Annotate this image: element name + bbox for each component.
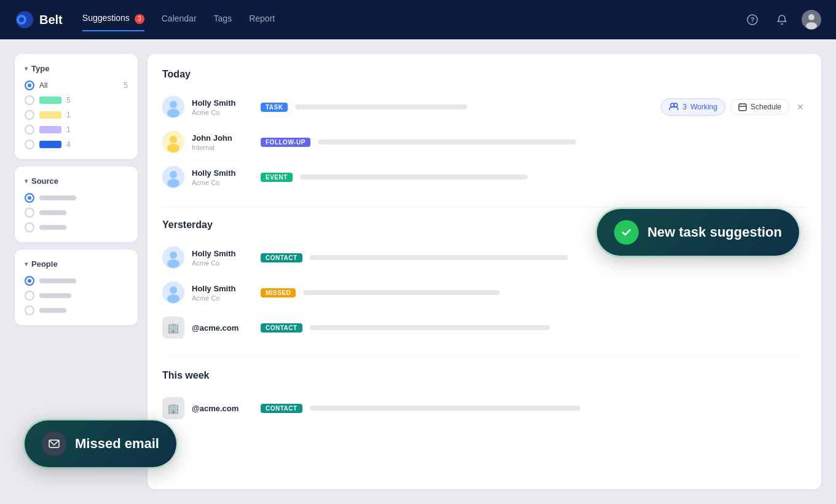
check-icon [614,220,639,245]
row-info-holly-3: Holly Smith Acme Co [192,249,253,267]
type-radio-green[interactable] [25,95,34,105]
tag-contact-acme-1: CONTACT [261,323,302,333]
navbar: Belt Suggestions 3 Calendar Tags Report … [0,0,836,39]
tag-followup-john: FOLLOW-UP [261,138,310,147]
people-filter-3[interactable] [25,305,128,315]
tag-missed-holly: MISSED [261,288,296,297]
checkmark-icon [620,226,633,238]
type-count-all: 5 [124,81,128,90]
nav-calendar[interactable]: Calendar [162,14,197,26]
source-radio-1[interactable] [25,193,34,203]
suggestion-row-acme-week: 🏢 @acme.com CONTACT [162,391,806,425]
working-count: 3 [682,103,687,111]
working-icon [669,102,679,112]
divider-2 [162,357,806,358]
type-swatch-blue [39,141,61,148]
people-filter-2[interactable] [25,291,128,301]
row-info-holly-1: Holly Smith Acme Co [192,98,253,116]
svg-point-22 [167,259,179,268]
suggestion-row-acme-yesterday: 🏢 @acme.com CONTACT [162,310,806,345]
svg-point-19 [167,179,179,187]
people-line-1 [39,278,76,283]
working-button[interactable]: 3 Working [661,98,725,116]
row-bar-6 [310,325,550,330]
avatar-building-2: 🏢 [162,397,184,419]
help-button[interactable]: ? [743,10,762,30]
source-radio-3[interactable] [25,222,34,232]
type-filter-green[interactable]: 5 [25,95,128,105]
toast-missed-email-label: Missed email [75,436,159,452]
type-radio-purple[interactable] [25,125,34,135]
svg-point-25 [167,294,179,303]
people-filter-header[interactable]: ▾ People [25,259,128,269]
working-label: Working [690,103,717,111]
row-bar-7 [310,406,580,411]
type-filter-all[interactable]: All 5 [25,81,128,90]
type-swatch-yellow [39,111,61,119]
type-count-green: 5 [66,96,71,104]
type-filter-blue[interactable]: 4 [25,140,128,149]
row-bars-holly-1 [295,104,653,109]
avatar-john [162,131,184,153]
source-line-1 [39,195,76,200]
today-section: Today Holly Smith Acme Co TASK [162,69,806,194]
source-filter-3[interactable] [25,222,128,232]
row-bar-2 [318,140,576,144]
schedule-label: Schedule [751,103,781,111]
row-name-holly-1: Holly Smith [192,98,253,108]
notifications-button[interactable] [772,10,792,30]
avatar-holly-4 [162,282,184,304]
row-name-john: John John [192,133,253,143]
people-radio-2[interactable] [25,291,34,301]
type-chevron-icon: ▾ [25,65,28,72]
user-avatar[interactable] [802,10,821,30]
toast-missed-email: Missed email [25,420,176,467]
people-filter-label: People [31,259,58,269]
people-radio-3[interactable] [25,305,34,315]
tag-task-holly: TASK [261,103,288,112]
svg-point-6 [808,14,814,20]
row-info-acme-1: @acme.com [192,323,253,333]
people-radio-1[interactable] [25,276,34,286]
row-sub-holly-4: Acme Co [192,294,253,302]
source-line-2 [39,210,66,215]
type-filter-purple[interactable]: 1 [25,125,128,135]
type-swatch-purple [39,126,61,133]
row-info-holly-2: Holly Smith Acme Co [192,168,253,186]
nav-suggestions[interactable]: Suggestions 3 [82,13,144,26]
row-bars-holly-2 [300,175,806,179]
row-info-acme-2: @acme.com [192,404,253,413]
nav-tags[interactable]: Tags [214,14,232,26]
avatar-building-1: 🏢 [162,317,184,339]
source-filter-2[interactable] [25,208,128,218]
row-bars-john [318,140,806,144]
row-info-john: John John Internal [192,133,253,151]
svg-point-16 [167,144,179,152]
source-radio-2[interactable] [25,208,34,218]
envelope-icon [48,438,60,450]
type-count-purple: 1 [66,125,71,134]
type-count-blue: 4 [66,140,71,149]
type-radio-all[interactable] [25,81,34,90]
row-bars-holly-4 [303,290,806,295]
brand-name: Belt [39,13,63,27]
svg-point-9 [170,101,177,108]
type-filter-header[interactable]: ▾ Type [25,64,128,73]
type-radio-blue[interactable] [25,140,34,149]
type-radio-yellow[interactable] [25,110,34,120]
tag-event-holly: EVENT [261,173,293,182]
today-title: Today [162,69,806,80]
people-filter-1[interactable] [25,276,128,286]
type-filter-yellow[interactable]: 1 [25,110,128,120]
row-sub-john: Internal [192,144,253,151]
source-filter-1[interactable] [25,193,128,203]
source-filter-section: ▾ Source [15,167,138,242]
nav-report[interactable]: Report [249,14,275,26]
avatar-holly-1 [162,96,184,118]
source-filter-header[interactable]: ▾ Source [25,176,128,186]
schedule-button[interactable]: Schedule [730,99,789,115]
type-label-all: All [39,81,119,90]
close-button-row1[interactable]: ✕ [794,100,806,114]
type-count-yellow: 1 [66,111,71,119]
type-filter-label: Type [31,64,49,73]
